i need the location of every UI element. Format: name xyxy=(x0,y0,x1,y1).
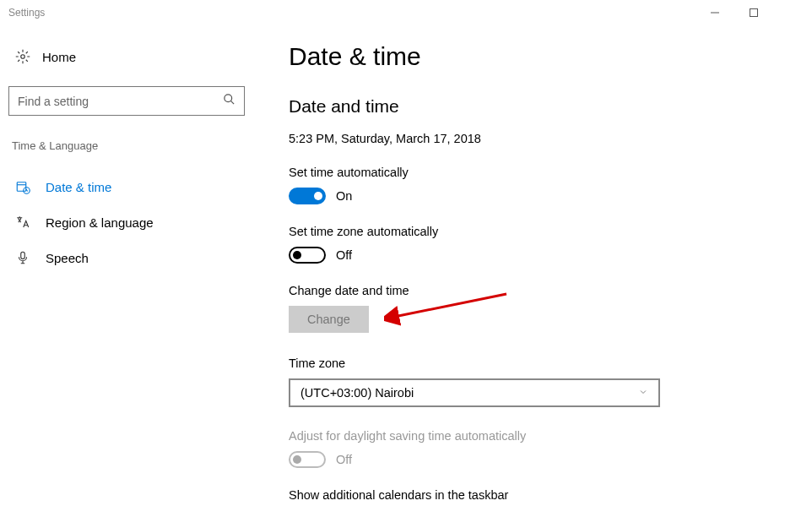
svg-line-6 xyxy=(230,101,234,104)
dst-label: Adjust for daylight saving time automati… xyxy=(289,429,795,443)
sidebar-item-date-time[interactable]: Date & time xyxy=(8,169,253,204)
maximize-button[interactable] xyxy=(734,0,773,25)
sidebar-item-label: Date & time xyxy=(46,180,111,194)
change-datetime-label: Change date and time xyxy=(289,284,795,297)
home-link[interactable]: Home xyxy=(8,42,253,71)
calendars-label: Show additional calendars in the taskbar xyxy=(289,488,795,502)
calendar-clock-icon xyxy=(15,179,30,194)
sidebar-item-label: Region & language xyxy=(46,215,154,230)
timezone-dropdown[interactable]: (UTC+03:00) Nairobi xyxy=(289,378,660,407)
timezone-value: (UTC+03:00) Nairobi xyxy=(300,386,414,400)
sidebar-item-label: Speech xyxy=(46,251,89,265)
main-panel: Date & time Date and time 5:23 PM, Satur… xyxy=(262,25,812,506)
sidebar: Home Time & Language Date & time Region … xyxy=(0,25,262,506)
svg-rect-1 xyxy=(750,9,758,17)
search-icon xyxy=(223,93,235,109)
window-controls xyxy=(696,0,812,25)
minimize-button[interactable] xyxy=(696,0,734,25)
gear-icon xyxy=(15,49,30,64)
auto-timezone-label: Set time zone automatically xyxy=(289,225,795,238)
subheading: Date and time xyxy=(289,96,795,117)
svg-rect-12 xyxy=(21,252,25,258)
search-box[interactable] xyxy=(8,86,245,116)
home-label: Home xyxy=(42,50,76,64)
search-input[interactable] xyxy=(18,95,220,108)
chevron-down-icon xyxy=(638,386,648,400)
auto-time-toggle[interactable] xyxy=(289,188,326,204)
auto-timezone-state: Off xyxy=(336,248,352,262)
titlebar: Settings xyxy=(0,0,812,25)
language-icon xyxy=(15,215,30,230)
sidebar-item-speech[interactable]: Speech xyxy=(8,240,253,275)
svg-line-11 xyxy=(27,191,29,192)
sidebar-section-header: Time & Language xyxy=(8,139,253,152)
svg-rect-7 xyxy=(17,182,26,192)
dst-toggle xyxy=(289,451,326,468)
datetime-display: 5:23 PM, Saturday, March 17, 2018 xyxy=(289,132,795,145)
timezone-label: Time zone xyxy=(289,356,795,370)
sidebar-item-region-language[interactable]: Region & language xyxy=(8,204,253,240)
dst-state: Off xyxy=(336,453,352,466)
microphone-icon xyxy=(15,250,30,265)
auto-time-label: Set time automatically xyxy=(289,166,795,179)
auto-time-state: On xyxy=(336,189,352,203)
svg-point-5 xyxy=(225,95,232,102)
window-title: Settings xyxy=(8,7,45,19)
svg-point-4 xyxy=(21,55,25,59)
page-title: Date & time xyxy=(289,42,795,71)
auto-timezone-toggle[interactable] xyxy=(289,247,326,264)
change-button[interactable]: Change xyxy=(289,306,369,333)
